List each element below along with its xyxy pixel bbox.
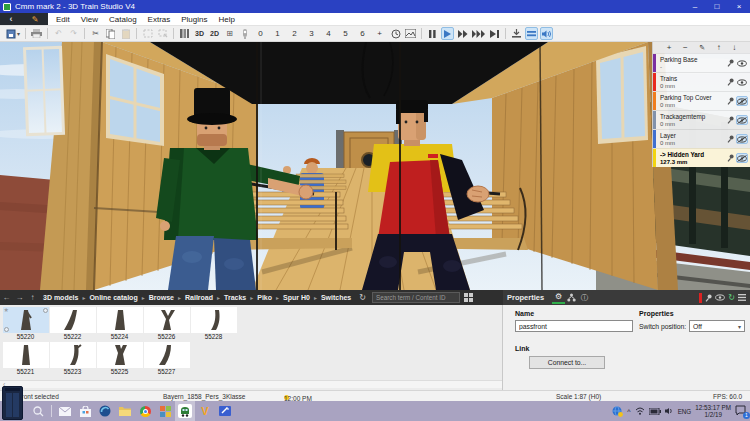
menu-edit[interactable]: Edit (56, 15, 70, 24)
view-3d-button[interactable]: 3D (193, 27, 206, 40)
wifi-icon[interactable] (635, 407, 645, 415)
item-info-icon[interactable] (43, 308, 48, 313)
item-check-icon[interactable] (4, 327, 9, 332)
sync-icon[interactable]: ↻ (728, 293, 735, 302)
photos-icon[interactable] (155, 401, 175, 421)
pin-icon[interactable] (705, 294, 712, 302)
switch-position-select[interactable]: Off▾ (689, 320, 745, 332)
camera-3-button[interactable]: 3 (304, 27, 319, 40)
select-area-button[interactable] (141, 27, 154, 40)
layer-row-active[interactable]: -> Hidden Yard127.3 mm (653, 148, 750, 167)
undo-button[interactable]: ↶ (52, 27, 65, 40)
favorite-star-icon[interactable]: ★ (4, 306, 9, 313)
mail-icon[interactable] (55, 401, 75, 421)
camera-1-button[interactable]: 1 (270, 27, 285, 40)
ground-snap-button[interactable] (510, 27, 523, 40)
skip-to-end-button[interactable] (488, 27, 501, 40)
faster-forward-button[interactable] (471, 27, 486, 40)
crumb-online-catalog[interactable]: Online catalog (89, 294, 137, 301)
crumb-3d-models[interactable]: 3D models (43, 294, 78, 301)
menu-view[interactable]: View (81, 15, 98, 24)
start-button[interactable] (2, 386, 23, 420)
layer-row[interactable]: Trains0 mm (653, 72, 750, 91)
print-button[interactable] (30, 27, 43, 40)
catalog-item-55227[interactable]: 55227 (143, 342, 190, 376)
layer-row[interactable]: Trackagemtemp0 mm (653, 110, 750, 129)
search-input[interactable] (372, 292, 460, 303)
connect-to-button[interactable]: Connect to... (529, 356, 605, 369)
layer-remove-icon[interactable]: − (683, 43, 688, 52)
camera-0-button[interactable]: 0 (253, 27, 268, 40)
update-globe-icon[interactable] (612, 406, 623, 417)
title-bar[interactable]: Cmm mark 2 - 3D Train Studio V4 – □ × (0, 0, 750, 13)
crumb-switches[interactable]: Switches (321, 294, 351, 301)
hierarchy-icon[interactable] (565, 291, 578, 304)
eye-hidden-icon[interactable] (736, 153, 748, 163)
gear-icon[interactable]: ⚙ (552, 291, 565, 304)
eye-icon[interactable] (715, 294, 725, 301)
v-app-icon[interactable]: V (195, 401, 215, 421)
movie-app-icon[interactable] (215, 401, 235, 421)
grid-view-icon[interactable] (464, 293, 473, 303)
eye-icon[interactable] (736, 58, 748, 68)
transform-selection-button[interactable] (156, 27, 169, 40)
browser-icon[interactable] (95, 401, 115, 421)
hamburger-menu-icon[interactable] (738, 294, 746, 301)
catalog-scrollbar[interactable]: ‹ (0, 380, 502, 388)
battery-icon[interactable] (649, 408, 661, 415)
copy-button[interactable] (104, 27, 117, 40)
taskbar-clock[interactable]: 12:53:17 PM 1/2/19 (695, 404, 731, 418)
camera-4-button[interactable]: 4 (321, 27, 336, 40)
snapshot-button[interactable] (404, 27, 417, 40)
restore-button[interactable]: □ (706, 0, 728, 13)
catalog-item-55228[interactable]: 55228 (190, 307, 237, 341)
layer-row[interactable]: Parking Top Cover0 mm (653, 91, 750, 110)
speed-button[interactable] (525, 27, 538, 40)
eye-hidden-icon[interactable] (736, 115, 748, 125)
pin-icon[interactable] (727, 135, 734, 143)
close-button[interactable]: × (728, 0, 750, 13)
pause-button[interactable] (426, 27, 439, 40)
tab-properties[interactable]: Properties (507, 293, 544, 302)
sound-button[interactable] (540, 27, 553, 40)
catalog-item-55221[interactable]: 55221 (2, 342, 49, 376)
tray-expand-icon[interactable]: ^ (627, 408, 630, 415)
crumb-browse[interactable]: Browse (149, 294, 174, 301)
layer-move-up-icon[interactable]: ↑ (717, 43, 721, 52)
crumb-piko[interactable]: Piko (257, 294, 272, 301)
file-explorer-icon[interactable] (115, 401, 135, 421)
layer-add-icon[interactable]: + (667, 43, 672, 52)
language-indicator[interactable]: ENG (678, 408, 692, 415)
pin-icon[interactable] (727, 97, 734, 105)
menu-help[interactable]: Help (219, 15, 235, 24)
redo-button[interactable]: ↷ (67, 27, 80, 40)
catalog-item-55222[interactable]: 55222 (49, 307, 96, 341)
notification-center-icon[interactable]: 1 (735, 405, 747, 417)
edit-pencil-icon[interactable]: ✎ (32, 15, 39, 24)
volume-icon[interactable] (665, 407, 674, 415)
view-2d-button[interactable]: 2D (208, 27, 221, 40)
eye-hidden-icon[interactable] (736, 96, 748, 106)
layer-row[interactable]: Layer0 mm (653, 129, 750, 148)
refresh-icon[interactable]: ↻ (359, 293, 366, 302)
camera-5-button[interactable]: 5 (338, 27, 353, 40)
paste-button[interactable] (119, 27, 132, 40)
catalog-item-55226[interactable]: 55226 (143, 307, 190, 341)
layer-row[interactable]: Parking Base- (653, 53, 750, 72)
minimize-button[interactable]: – (684, 0, 706, 13)
catalog-item-55225[interactable]: 55225 (96, 342, 143, 376)
nav-back-icon[interactable]: ← (0, 293, 13, 302)
nav-up-icon[interactable]: ↑ (26, 293, 39, 302)
viewport-3d-scene[interactable] (0, 42, 750, 290)
layer-move-down-icon[interactable]: ↓ (732, 43, 736, 52)
crumb-railroad[interactable]: Railroad (185, 294, 213, 301)
crumb-tracks[interactable]: Tracks (224, 294, 246, 301)
crumb-spur-h0[interactable]: Spur H0 (283, 294, 310, 301)
name-input[interactable] (515, 320, 633, 332)
eye-icon[interactable] (736, 77, 748, 87)
eye-hidden-icon[interactable] (736, 134, 748, 144)
play-button[interactable] (441, 27, 454, 40)
menu-catalog[interactable]: Catalog (109, 15, 137, 24)
store-icon[interactable] (75, 401, 95, 421)
pin-icon[interactable] (727, 154, 734, 162)
